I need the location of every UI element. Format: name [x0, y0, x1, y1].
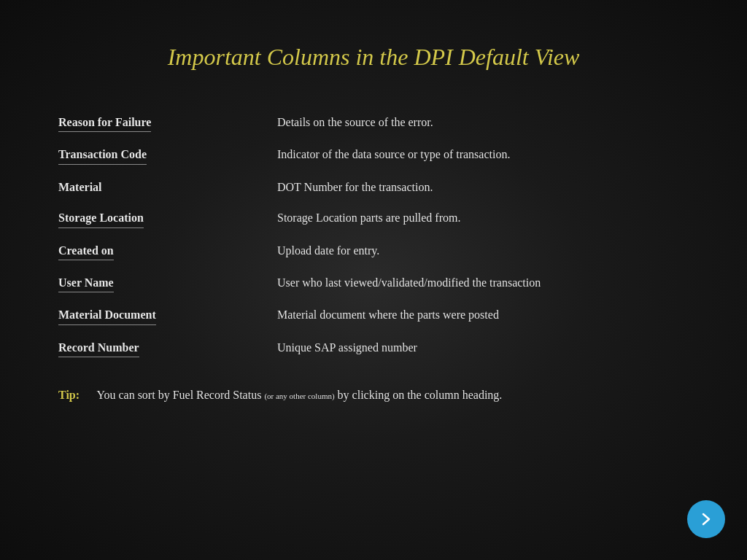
- col-desc: Indicator of the data source or type of …: [277, 139, 689, 171]
- col-desc: Unique SAP assigned number: [277, 332, 689, 365]
- label-text: Storage Location: [58, 210, 144, 228]
- col-label: Record Number: [58, 332, 277, 365]
- col-label: Reason for Failure: [58, 107, 277, 139]
- col-label: Material Document: [58, 300, 277, 332]
- tip-text-small: (or any other column): [264, 392, 334, 400]
- page-title: Important Columns in the DPI Default Vie…: [58, 44, 689, 71]
- table-row: User NameUser who last viewed/validated/…: [58, 268, 689, 300]
- table-row: Record NumberUnique SAP assigned number: [58, 332, 689, 365]
- col-desc: DOT Number for the transaction.: [277, 172, 689, 203]
- label-text: Material: [58, 179, 102, 195]
- table-row: Material DocumentMaterial document where…: [58, 300, 689, 332]
- table-row: MaterialDOT Number for the transaction.: [58, 172, 689, 203]
- col-label: User Name: [58, 268, 277, 300]
- col-desc: Upload date for entry.: [277, 236, 689, 268]
- label-text: Material Document: [58, 307, 156, 324]
- next-button[interactable]: [687, 500, 725, 538]
- col-desc: Material document where the parts were p…: [277, 300, 689, 332]
- label-text: Record Number: [58, 340, 139, 357]
- table-row: Created onUpload date for entry.: [58, 236, 689, 268]
- tip-text-after: by clicking on the column heading.: [338, 389, 503, 401]
- label-text: Reason for Failure: [58, 114, 151, 132]
- tip-label: Tip:: [58, 389, 80, 401]
- tip-section: Tip: You can sort by Fuel Record Status …: [58, 386, 689, 404]
- page-container: Important Columns in the DPI Default Vie…: [0, 0, 747, 560]
- columns-table: Reason for FailureDetails on the source …: [58, 107, 689, 365]
- col-label: Transaction Code: [58, 139, 277, 171]
- col-label: Storage Location: [58, 203, 277, 235]
- col-desc: User who last viewed/validated/modified …: [277, 268, 689, 300]
- tip-text-before: You can sort by Fuel Record Status: [96, 389, 261, 401]
- label-text: User Name: [58, 275, 114, 292]
- table-row: Reason for FailureDetails on the source …: [58, 107, 689, 139]
- table-row: Storage LocationStorage Location parts a…: [58, 203, 689, 235]
- col-desc: Details on the source of the error.: [277, 107, 689, 139]
- col-label: Created on: [58, 236, 277, 268]
- col-desc: Storage Location parts are pulled from.: [277, 203, 689, 235]
- label-text: Transaction Code: [58, 147, 147, 164]
- col-label: Material: [58, 172, 277, 203]
- label-text: Created on: [58, 243, 114, 260]
- table-row: Transaction CodeIndicator of the data so…: [58, 139, 689, 171]
